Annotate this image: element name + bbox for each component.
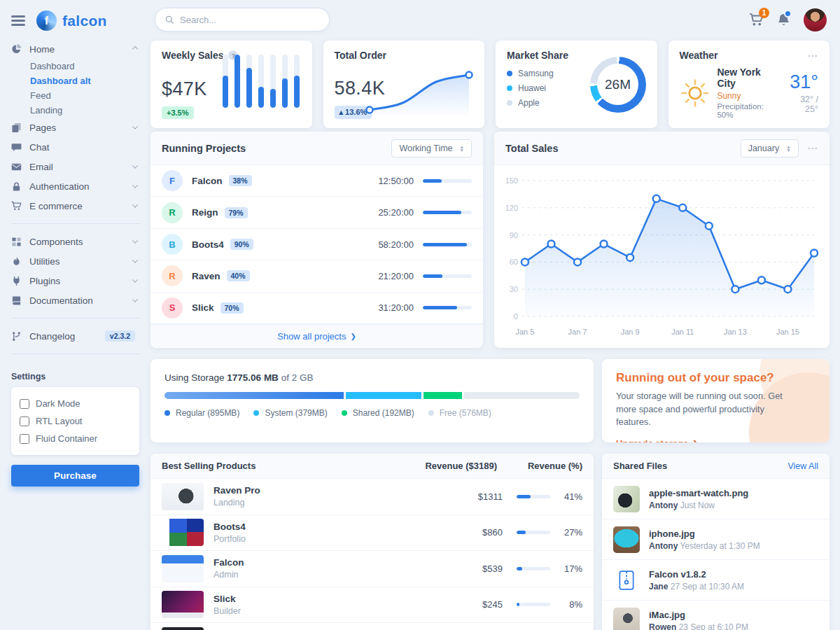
sidebar-item-feed[interactable]: Feed [11,88,141,103]
chevron-down-icon [132,123,138,129]
rtl-layout-checkbox[interactable] [20,416,29,426]
show-all-projects-link[interactable]: Show all projects❯ [150,324,483,347]
view-all-link[interactable]: View All [788,461,818,471]
project-row-boots4[interactable]: BBoots490%58:20:00 [150,229,483,260]
total-sales-title: Total Sales [505,143,558,154]
storage-legend-shared: Shared (192MB) [342,408,414,418]
product-category: Portfolio [214,534,458,544]
product-name: Raven Pro [214,485,458,496]
working-time-select[interactable]: Working Time▲▼ [391,139,472,158]
sidebar-item-dashboard-alt[interactable]: Dashboard alt [11,74,141,88]
project-avatar: R [162,202,183,223]
toggle-dark-mode[interactable]: Dark Mode [20,395,131,412]
project-row-raven[interactable]: RRaven40%21:20:00 [150,260,483,292]
project-time: 58:20:00 [378,239,414,250]
month-select[interactable]: January▲▼ [741,139,799,158]
legend-label: System (379MB) [265,408,327,418]
svg-text:90: 90 [510,231,518,239]
sidebar-item-components[interactable]: Components [11,232,141,251]
project-avatar: F [162,170,183,191]
file-item-iphone-jpg[interactable]: iphone.jpgAntony Yesterday at 1:30 PM [602,519,830,560]
user-avatar[interactable] [804,8,827,31]
toggle-fluid-container[interactable]: Fluid Container [20,430,131,447]
upgrade-storage-link[interactable]: Upgrade storage❯ [616,438,699,442]
product-progress-bar [517,531,550,534]
fluid-container-checkbox[interactable] [20,434,29,444]
project-progress-bar [423,274,472,278]
sidebar-item-landing[interactable]: Landing [11,103,141,118]
file-name: Falcon v1.8.2 [649,569,744,580]
svg-text:Jan 11: Jan 11 [671,328,694,336]
product-pct: 41% [550,491,582,502]
storage-seg-shared [424,392,462,399]
cart-button[interactable]: 1 [749,13,764,27]
toggle-rtl-layout[interactable]: RTL Layout [20,412,131,430]
sidebar-item-chat[interactable]: Chat [11,137,141,157]
project-row-reign[interactable]: RReign79%25:20:00 [150,197,483,228]
sidebar-item-email[interactable]: Email [11,157,141,176]
market-share-title: Market Share [507,50,568,61]
weekly-sales-bars [223,55,300,108]
sidebar-item-documentation[interactable]: Documentation [11,290,141,310]
toggle-label: Dark Mode [36,398,80,409]
sidebar-item-plugins[interactable]: Plugins [11,271,141,290]
zip-file-icon [613,567,640,594]
search-input[interactable] [180,15,319,25]
svg-text:120: 120 [505,204,518,212]
sidebar-item-changelog[interactable]: Changelogv2.3.2 [11,326,141,346]
product-row-boots4: Boots4Portfolio$86027% [150,515,594,552]
product-thumbnail [162,519,204,546]
product-progress-bar [517,495,550,498]
storage-legend: Regular (895MB)System (379MB)Shared (192… [164,408,580,418]
falcon-logo-icon: f [36,10,57,31]
weekly-bar [246,55,252,108]
best-selling-header: Best Selling Products Revenue ($3189) Re… [150,454,594,479]
svg-text:Jan 5: Jan 5 [516,328,535,336]
file-thumbnail [613,608,640,630]
sidebar-item-utilities[interactable]: Utilities [11,251,141,271]
storage-seg-free [464,392,580,399]
brand-logo[interactable]: f falcon [36,10,107,31]
weekly-bar [270,55,276,108]
product-info: SlickBuilder [214,594,458,616]
plug-icon [11,276,22,286]
chevron-up-icon [132,46,138,52]
sidebar-item-e-commerce[interactable]: E commerce [11,196,141,216]
legend-label: Free (576MB) [440,408,491,418]
weather-city: New York City [717,66,779,89]
sidebar-divider [11,354,141,354]
storage-title: Using Storage 1775.06 MB of 2 GB [164,372,580,383]
chevron-right-icon: ❯ [692,440,698,442]
file-item-apple-smart-watch-png[interactable]: apple-smart-watch.pngAntony Just Now [602,479,830,519]
total-order-card: Total Order 58.4K ▴ 13.6% [323,41,485,128]
file-item-imac-jpg[interactable]: iMac.jpgRowen 23 Sep at 6:10 PM [602,601,830,630]
file-time: 23 Sep at 6:10 PM [679,622,748,630]
project-name: Falcon [192,176,223,186]
sidebar-item-dashboard[interactable]: Dashboard [11,59,141,74]
dark-mode-checkbox[interactable] [20,399,29,409]
purchase-button[interactable]: Purchase [11,465,139,486]
notifications-button[interactable] [776,13,791,27]
chevron-right-icon: ❯ [350,332,356,340]
weekly-bar [234,55,240,108]
file-name: apple-smart-watch.png [649,488,748,498]
storage-legend-system: System (379MB) [253,408,327,418]
sidebar-item-home[interactable]: Home [11,39,141,59]
sidebar-nav: HomeDashboardDashboard altFeedLandingPag… [0,36,150,354]
project-row-slick[interactable]: SSlick70%31:20:00 [150,293,483,324]
project-name: Reign [192,207,218,218]
kebab-menu-icon[interactable]: ••• [808,145,818,151]
hamburger-menu-icon[interactable] [11,15,25,25]
project-row-falcon[interactable]: FFalcon38%12:50:00 [150,165,483,197]
product-pct: 17% [550,564,582,574]
kebab-menu-icon[interactable]: ••• [808,52,818,59]
search-bar[interactable] [155,8,330,31]
svg-text:30: 30 [510,285,518,293]
weather-title: Weather [680,50,718,61]
weather-temperature: 31° [786,71,818,93]
file-item-falcon-v1-8-2[interactable]: Falcon v1.8.2Jane 27 Sep at 10:30 AM [602,560,830,601]
legend-label: Huawei [518,83,546,93]
sidebar-item-authentication[interactable]: Authentication [11,176,141,196]
legend-label: Samsung [518,69,554,78]
sidebar-item-pages[interactable]: Pages [11,118,141,137]
